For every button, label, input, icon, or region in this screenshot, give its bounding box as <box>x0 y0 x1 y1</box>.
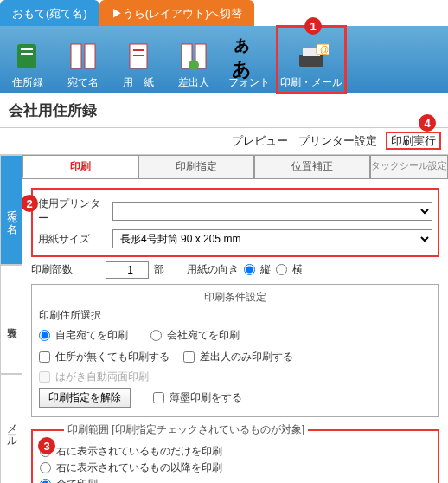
label-copies: 印刷部数 <box>31 262 100 277</box>
htab-print-spec[interactable]: 印刷指定 <box>138 155 254 178</box>
toolbar-sender-label: 差出人 <box>178 75 209 90</box>
radio-landscape[interactable] <box>276 264 287 275</box>
conditions-title: 印刷条件設定 <box>39 290 432 305</box>
toolbar-font-label: フォント <box>228 75 270 90</box>
htab-print[interactable]: 印刷 <box>22 155 138 178</box>
link-print-exec[interactable]: 印刷実行 <box>387 133 439 148</box>
radio-company-addr[interactable] <box>150 330 162 341</box>
toolbar-paper-label: 用 紙 <box>123 75 154 90</box>
label-orientation: 用紙の向き <box>187 262 239 277</box>
svg-rect-2 <box>21 53 33 55</box>
toolbar-recipient[interactable]: 宛て名 <box>55 26 111 93</box>
input-copies[interactable] <box>106 261 149 279</box>
radio-all[interactable] <box>40 479 51 483</box>
link-preview[interactable]: プレビュー <box>232 133 288 149</box>
tab-back[interactable]: ▶うら(レイアウト)へ切替 <box>99 0 255 26</box>
page-title: 会社用住所録 <box>0 93 448 128</box>
check-thin-print[interactable] <box>153 392 164 403</box>
toolbar-paper[interactable]: 用 紙 <box>111 26 166 93</box>
tab-front[interactable]: おもて(宛て名) <box>0 0 99 26</box>
sender-icon <box>176 39 211 74</box>
postcard-icon <box>66 39 100 74</box>
printer-mail-icon: @ <box>294 39 329 74</box>
svg-rect-1 <box>21 48 33 50</box>
range-legend: 印刷範囲 [印刷指定チェックされているものが対象] <box>64 422 308 437</box>
label-copies-unit: 部 <box>154 262 164 277</box>
select-paper-size[interactable]: 長形4号封筒 90 x 205 mm <box>112 229 432 248</box>
check-no-addr[interactable] <box>39 351 50 363</box>
book-icon <box>10 39 45 74</box>
htab-pos-adjust[interactable]: 位置補正 <box>254 155 370 178</box>
link-printer-settings[interactable]: プリンター設定 <box>298 133 377 149</box>
badge-3: 3 <box>38 437 55 454</box>
svg-point-10 <box>189 60 199 70</box>
svg-rect-11 <box>299 55 323 67</box>
radio-right-after[interactable] <box>40 462 51 473</box>
badge-1: 1 <box>304 17 322 35</box>
radio-home-addr[interactable] <box>39 330 50 341</box>
radio-portrait[interactable] <box>244 264 255 275</box>
toolbar-print-mail[interactable]: 1 @ 印刷・メール <box>277 26 346 93</box>
toolbar-sender[interactable]: 差出人 <box>166 26 221 93</box>
svg-rect-6 <box>133 49 144 51</box>
toolbar-addressbook[interactable]: 住所録 <box>0 26 55 93</box>
label-paper-size: 用紙サイズ <box>38 232 107 247</box>
vtab-list[interactable]: 一覧表 <box>0 265 22 375</box>
check-auto-duplex <box>39 371 50 383</box>
paper-icon <box>121 39 156 74</box>
toolbar-recipient-label: 宛て名 <box>67 75 99 90</box>
badge-4: 4 <box>419 114 436 132</box>
select-printer[interactable] <box>112 202 432 221</box>
label-addr-select: 印刷住所選択 <box>39 308 432 323</box>
toolbar-print-mail-label: 印刷・メール <box>280 75 342 90</box>
vtab-mail[interactable]: メール <box>0 374 22 483</box>
svg-rect-4 <box>85 44 95 68</box>
label-use-printer: 使用プリンター <box>38 196 107 226</box>
font-icon: ぁあ <box>232 39 266 74</box>
svg-rect-3 <box>71 44 81 68</box>
btn-clear-spec[interactable]: 印刷指定を解除 <box>39 388 131 408</box>
svg-rect-7 <box>133 55 144 56</box>
htab-tack[interactable]: タックシール設定 <box>370 155 448 178</box>
vtab-recipient[interactable]: 宛て名 <box>0 155 22 265</box>
toolbar-font[interactable]: ぁあ フォント <box>221 26 277 93</box>
toolbar-addressbook-label: 住所録 <box>12 75 43 90</box>
badge-2: 2 <box>22 195 38 212</box>
svg-text:@: @ <box>320 45 329 55</box>
check-sender-only[interactable] <box>183 351 195 363</box>
